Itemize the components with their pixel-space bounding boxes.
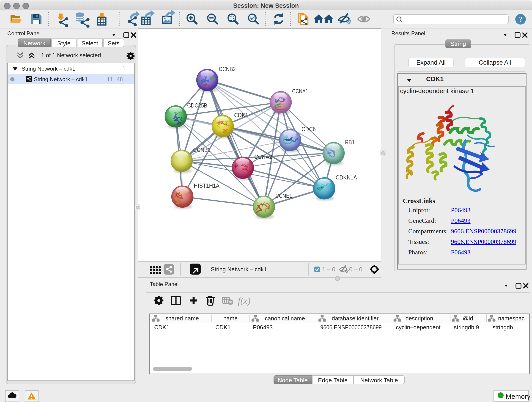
svg-text:canonical name: canonical name xyxy=(265,315,305,321)
svg-text:shared name: shared name xyxy=(165,315,199,321)
svg-text:P06493: P06493 xyxy=(253,324,272,330)
svg-text:CCNA1: CCNA1 xyxy=(292,88,308,95)
svg-text:stringdb: stringdb xyxy=(492,324,513,330)
svg-text:1 – 0: 1 – 0 xyxy=(322,266,336,273)
svg-text:CCNA2: CCNA2 xyxy=(254,153,272,160)
svg-text:stringdb:9...: stringdb:9... xyxy=(454,324,484,330)
svg-text:?: ? xyxy=(519,15,523,23)
svg-text:HIST1H1A: HIST1H1A xyxy=(194,182,220,189)
svg-text:RB1: RB1 xyxy=(345,139,355,146)
svg-text:0 – 0: 0 – 0 xyxy=(349,266,362,273)
svg-text:database identifier: database identifier xyxy=(331,315,378,321)
svg-text:CDKN1A: CDKN1A xyxy=(336,174,357,181)
svg-text:CDK1: CDK1 xyxy=(234,112,248,119)
svg-text:CDK1: CDK1 xyxy=(154,324,169,330)
svg-text:namespac: namespac xyxy=(498,315,524,321)
svg-text:String Network – cdk1: String Network – cdk1 xyxy=(211,266,267,273)
svg-text:description: description xyxy=(405,315,433,321)
svg-text:@id: @id xyxy=(462,315,473,321)
svg-text:CDC6: CDC6 xyxy=(302,126,316,133)
svg-text:f(x): f(x) xyxy=(238,296,251,306)
svg-text:cyclin–dependent ...: cyclin–dependent ... xyxy=(396,324,447,330)
svg-text:name: name xyxy=(223,315,238,321)
svg-text:CDK1: CDK1 xyxy=(215,324,230,330)
svg-text:CCNE1: CCNE1 xyxy=(275,192,292,199)
svg-text:CCNB1: CCNB1 xyxy=(193,147,210,153)
svg-text:CCNB2: CCNB2 xyxy=(219,65,236,72)
svg-text:CDC25B: CDC25B xyxy=(187,102,207,109)
svg-text:9606.ENSP00000378699: 9606.ENSP00000378699 xyxy=(320,324,381,330)
